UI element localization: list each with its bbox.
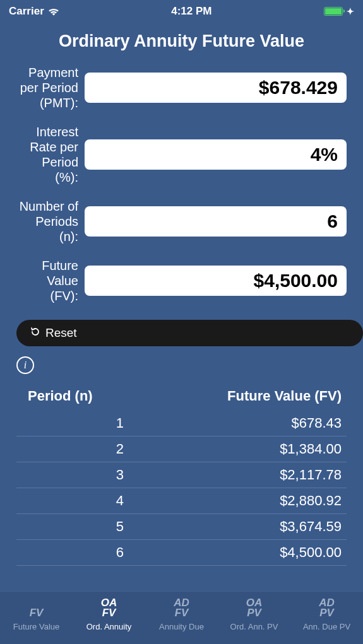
value-cell: $4,500.00 [280, 544, 342, 561]
info-button[interactable]: i [16, 356, 363, 374]
period-cell: 3 [16, 467, 124, 483]
value-cell: $678.43 [291, 415, 342, 431]
info-icon: i [16, 356, 34, 374]
reset-icon [30, 326, 40, 340]
value-cell: $3,674.59 [280, 518, 342, 535]
value-cell: $2,117.78 [280, 467, 342, 483]
fv-label: Future Value (FV): [16, 258, 85, 303]
period-header: Period (n) [28, 388, 93, 404]
period-cell: 6 [16, 544, 124, 561]
tab-icon: OAFV [101, 598, 117, 618]
tab-ord-ann-pv[interactable]: OAPVOrd. Ann. PV [218, 598, 290, 631]
table-row: 4$2,880.92 [16, 488, 347, 514]
tab-label: Annuity Due [159, 622, 204, 631]
table-row: 6$4,500.00 [16, 540, 347, 566]
periods-label: Number of Periods (n): [16, 199, 85, 244]
tab-label: Ord. Ann. PV [230, 622, 278, 631]
fv-input[interactable] [85, 266, 347, 296]
value-cell: $1,384.00 [280, 441, 342, 457]
tab-icon: OAPV [246, 598, 263, 618]
table-row: 2$1,384.00 [16, 436, 347, 462]
charging-icon: ✦ [347, 6, 354, 16]
tab-label: Ann. Due PV [303, 622, 350, 631]
fv-header: Future Value (FV) [227, 388, 342, 404]
value-cell: $2,880.92 [280, 493, 342, 509]
periods-input[interactable] [85, 206, 347, 237]
status-bar: Carrier 4:12 PM ✦ [0, 0, 363, 20]
tab-icon: ADPV [319, 598, 335, 618]
tab-icon: FV [30, 608, 44, 618]
table-row: 5$3,674.59 [16, 514, 347, 540]
period-cell: 4 [16, 493, 124, 509]
results-table: Period (n) Future Value (FV) 1$678.432$1… [0, 374, 363, 591]
tab-label: Ord. Annuity [86, 622, 132, 631]
page-title: Ordinary Annuity Future Value [0, 20, 363, 65]
tab-ann-due-pv[interactable]: ADPVAnn. Due PV [290, 598, 363, 631]
time-label: 4:12 PM [171, 5, 211, 18]
tab-ord-annuity[interactable]: OAFVOrd. Annuity [73, 598, 145, 631]
table-row: 1$678.43 [16, 411, 347, 436]
reset-button[interactable]: Reset [16, 320, 363, 346]
tab-annuity-due[interactable]: ADFVAnnuity Due [145, 598, 218, 631]
table-row: 3$2,117.78 [16, 462, 347, 488]
battery-icon [324, 7, 343, 16]
pmt-label: Payment per Period (PMT): [16, 65, 85, 110]
period-cell: 1 [16, 415, 124, 431]
pmt-input[interactable] [85, 73, 347, 103]
period-cell: 2 [16, 441, 124, 457]
rate-input[interactable] [85, 139, 347, 170]
rate-label: Interest Rate per Period (%): [16, 124, 85, 185]
tab-icon: ADFV [174, 598, 189, 618]
wifi-icon [48, 8, 59, 16]
carrier-label: Carrier [9, 5, 44, 18]
tab-future-value[interactable]: FVFuture Value [0, 608, 73, 631]
input-form: Payment per Period (PMT): Interest Rate … [0, 65, 363, 317]
tab-bar: FVFuture ValueOAFVOrd. AnnuityADFVAnnuit… [0, 591, 363, 644]
reset-label: Reset [45, 326, 77, 340]
tab-label: Future Value [13, 622, 59, 631]
period-cell: 5 [16, 518, 124, 535]
